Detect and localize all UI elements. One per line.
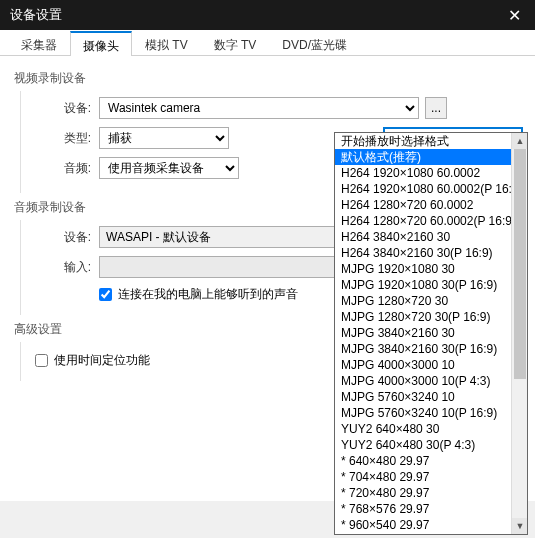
format-option[interactable]: * 1280×720 29.97 <box>335 533 527 535</box>
format-option[interactable]: * 704×480 29.97 <box>335 469 527 485</box>
format-option[interactable]: * 720×480 29.97 <box>335 485 527 501</box>
format-option[interactable]: MJPG 3840×2160 30 <box>335 325 527 341</box>
format-option[interactable]: * 960×540 29.97 <box>335 517 527 533</box>
video-audio-select[interactable]: 使用音频采集设备 <box>99 157 239 179</box>
time-pos-checkbox[interactable] <box>35 354 48 367</box>
format-option[interactable]: MJPG 1280×720 30 <box>335 293 527 309</box>
tabbar: 采集器 摄像头 模拟 TV 数字 TV DVD/蓝光碟 <box>0 30 535 56</box>
format-option[interactable]: MJPG 1920×1080 30(P 16:9) <box>335 277 527 293</box>
video-type-label: 类型: <box>31 130 91 147</box>
format-option[interactable]: H264 3840×2160 30 <box>335 229 527 245</box>
format-option[interactable]: YUY2 640×480 30 <box>335 421 527 437</box>
dropdown-scrollbar[interactable]: ▲ ▼ <box>511 133 527 534</box>
format-option[interactable]: MJPG 1280×720 30(P 16:9) <box>335 309 527 325</box>
tab-analog-tv[interactable]: 模拟 TV <box>132 31 201 56</box>
format-option[interactable]: H264 1280×720 60.0002(P 16:9) <box>335 213 527 229</box>
time-pos-label: 使用时间定位功能 <box>54 352 150 369</box>
format-option[interactable]: 开始播放时选择格式 <box>335 133 527 149</box>
format-option[interactable]: YUY2 640×480 30(P 4:3) <box>335 437 527 453</box>
video-audio-label: 音频: <box>31 160 91 177</box>
titlebar: 设备设置 ✕ <box>0 0 535 30</box>
video-device-label: 设备: <box>31 100 91 117</box>
audio-input-label: 输入: <box>31 259 91 276</box>
video-device-config-button[interactable]: ... <box>425 97 447 119</box>
tab-capture[interactable]: 采集器 <box>8 31 70 56</box>
tab-camera[interactable]: 摄像头 <box>70 31 132 56</box>
scroll-down-icon[interactable]: ▼ <box>512 518 528 534</box>
format-option[interactable]: MJPG 5760×3240 10 <box>335 389 527 405</box>
scroll-up-icon[interactable]: ▲ <box>512 133 528 149</box>
close-icon[interactable]: ✕ <box>504 6 525 25</box>
audio-monitor-checkbox[interactable] <box>99 288 112 301</box>
audio-monitor-label: 连接在我的电脑上能够听到的声音 <box>118 286 298 303</box>
format-option[interactable]: MJPG 3840×2160 30(P 16:9) <box>335 341 527 357</box>
format-option[interactable]: H264 1920×1080 60.0002 <box>335 165 527 181</box>
format-option[interactable]: H264 3840×2160 30(P 16:9) <box>335 245 527 261</box>
format-option[interactable]: MJPG 4000×3000 10 <box>335 357 527 373</box>
audio-device-value: WASAPI - 默认设备 <box>106 229 211 246</box>
format-option[interactable]: MJPG 5760×3240 10(P 16:9) <box>335 405 527 421</box>
format-option[interactable]: MJPG 4000×3000 10(P 4:3) <box>335 373 527 389</box>
window-title: 设备设置 <box>10 6 62 24</box>
format-option[interactable]: 默认格式(推荐) <box>335 149 527 165</box>
format-option[interactable]: H264 1920×1080 60.0002(P 16:9) <box>335 181 527 197</box>
scroll-thumb[interactable] <box>514 149 526 379</box>
format-option[interactable]: * 640×480 29.97 <box>335 453 527 469</box>
video-section-header: 视频录制设备 <box>14 70 523 87</box>
video-type-select[interactable]: 捕获 <box>99 127 229 149</box>
video-device-select[interactable]: Wasintek camera <box>99 97 419 119</box>
format-option[interactable]: * 768×576 29.97 <box>335 501 527 517</box>
tab-dvd[interactable]: DVD/蓝光碟 <box>269 31 360 56</box>
format-option[interactable]: MJPG 1920×1080 30 <box>335 261 527 277</box>
format-dropdown-list[interactable]: 开始播放时选择格式默认格式(推荐)H264 1920×1080 60.0002H… <box>334 132 528 535</box>
format-option[interactable]: H264 1280×720 60.0002 <box>335 197 527 213</box>
tab-digital-tv[interactable]: 数字 TV <box>201 31 270 56</box>
audio-device-label: 设备: <box>31 229 91 246</box>
